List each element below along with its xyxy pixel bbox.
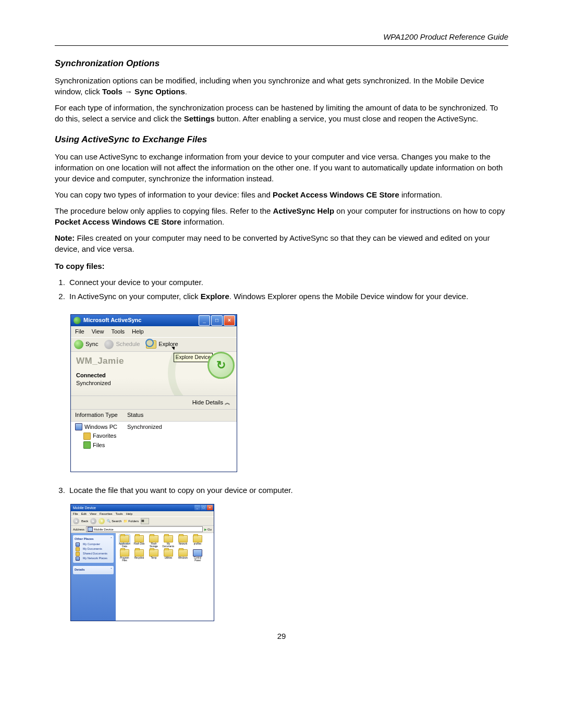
explorer-titlebar[interactable]: Mobile Device _ □ × <box>71 504 214 511</box>
folder-item[interactable]: Application Data <box>118 535 131 548</box>
schedule-button: Schedule <box>104 340 140 349</box>
explorer-content[interactable]: Application Data Flash Disk Flash Storag… <box>116 533 214 621</box>
explorer-addressbar: Address Mobile Device ▶Go <box>71 526 214 533</box>
ex-maximize-button[interactable]: □ <box>201 505 206 510</box>
para-note: Note: Files created on your computer may… <box>55 232 508 254</box>
close-button[interactable]: × <box>224 315 235 326</box>
explorer-menubar: File Edit View Favorites Tools Help <box>71 511 214 516</box>
other-places-my-documents[interactable]: My Documents <box>76 547 112 551</box>
address-label: Address <box>73 527 84 532</box>
schedule-icon <box>104 340 114 349</box>
folder-item[interactable]: profiles <box>191 535 204 548</box>
menu-file[interactable]: File <box>75 328 84 336</box>
folder-item[interactable]: Temp <box>147 549 161 562</box>
sync-button[interactable]: Sync <box>74 340 98 349</box>
step-3: Locate the file that you want to copy on… <box>67 485 508 496</box>
chevron-up-icon: ︽ <box>225 399 230 405</box>
section-heading-sync-options: Synchronization Options <box>55 57 508 70</box>
chevron-down-icon[interactable]: ˅ <box>111 567 112 572</box>
chevron-up-icon[interactable]: ˄ <box>111 537 112 541</box>
activesync-grid: Information Type Status Windows PC Synch… <box>71 409 237 472</box>
ex-menu-edit[interactable]: Edit <box>81 512 87 516</box>
back-button[interactable]: ◄ <box>73 518 79 524</box>
ex-menu-help[interactable]: Help <box>126 512 132 516</box>
other-places-heading[interactable]: Other Places <box>75 537 94 541</box>
minimize-button[interactable]: _ <box>199 315 210 326</box>
bg-decoration <box>168 352 237 396</box>
menu-tools[interactable]: Tools <box>111 328 125 336</box>
activesync-title: Microsoft ActiveSync <box>83 316 198 324</box>
activesync-body: WM_Jamie Explore Device Connected Synchr… <box>71 352 237 396</box>
grid-row-favorites[interactable]: Favorites <box>83 431 232 440</box>
ex-menu-favorites[interactable]: Favorites <box>100 512 113 516</box>
other-places-network-places[interactable]: My Network Places <box>76 557 112 561</box>
para-exchange-2: You can copy two types of information to… <box>55 189 508 200</box>
ex-menu-tools[interactable]: Tools <box>116 512 123 516</box>
forward-button[interactable]: ► <box>90 518 96 524</box>
activesync-app-icon <box>74 317 81 324</box>
activesync-window: Microsoft ActiveSync _ □ × File View Too… <box>70 314 237 472</box>
folder-item[interactable]: My Documents <box>162 535 175 548</box>
files-icon <box>83 441 91 449</box>
explore-button[interactable]: Explore <box>146 340 178 349</box>
menu-view[interactable]: View <box>92 328 104 336</box>
maximize-button[interactable]: □ <box>211 315 223 326</box>
explorer-tasks-pane: Other Places ˄ My Computer My Documents … <box>71 533 116 621</box>
search-button[interactable]: 🔍Search <box>107 519 121 523</box>
address-input[interactable]: Mobile Device <box>86 526 203 532</box>
para-exchange-3: The procedure below only applies to copy… <box>55 205 508 227</box>
folders-button[interactable]: 📁Folders <box>124 519 139 523</box>
other-places-my-computer[interactable]: My Computer <box>76 542 112 547</box>
other-places-shared-documents[interactable]: Shared Documents <box>76 552 112 556</box>
menu-help[interactable]: Help <box>132 328 144 336</box>
control-panel-item[interactable]: Control Panel <box>191 549 204 562</box>
para-sync-options-2: For each type of information, the synchr… <box>55 102 508 124</box>
folder-item[interactable]: Flash Disk <box>132 535 146 548</box>
up-button[interactable]: ⬆ <box>99 518 105 524</box>
grid-header-info[interactable]: Information Type <box>75 411 127 419</box>
step-2: In ActiveSync on your computer, click Ex… <box>67 291 508 302</box>
explorer-title: Mobile Device <box>73 505 194 511</box>
go-button[interactable]: ▶Go <box>204 527 212 532</box>
folder-icon <box>83 433 91 440</box>
activesync-titlebar[interactable]: Microsoft ActiveSync _ □ × <box>71 315 237 326</box>
activesync-menubar: File View Tools Help <box>71 326 237 337</box>
folder-item[interactable]: Recycled <box>132 549 146 562</box>
folder-item[interactable]: Utilities <box>162 549 175 562</box>
sync-icon <box>74 340 83 349</box>
grid-header-status[interactable]: Status <box>127 411 143 419</box>
pc-icon <box>75 423 82 430</box>
details-panel: Details ˅ <box>73 566 114 574</box>
ex-close-button[interactable]: × <box>207 505 213 510</box>
explorer-window: Mobile Device _ □ × File Edit View Favor… <box>70 504 214 621</box>
ex-minimize-button[interactable]: _ <box>194 505 200 510</box>
activesync-toolbar: Sync Schedule Explore <box>71 337 237 352</box>
folder-item[interactable]: Flash Storage <box>147 535 161 548</box>
para-sync-options-1: Synchronization options can be modified,… <box>55 75 508 97</box>
details-heading[interactable]: Details <box>75 567 85 572</box>
hide-details-toggle[interactable]: Hide Details ︽ <box>71 396 237 409</box>
folder-item[interactable]: Network <box>176 535 190 548</box>
header-guide-title: WPA1200 Product Reference Guide <box>55 31 508 46</box>
explore-icon <box>146 340 156 349</box>
folder-item[interactable]: Program Files <box>118 549 131 562</box>
page-number: 29 <box>55 631 508 641</box>
ex-menu-view[interactable]: View <box>90 512 96 516</box>
section-heading-exchange-files: Using ActiveSync to Exchange Files <box>55 133 508 146</box>
explorer-toolbar: ◄ Back ► ⬆ 🔍Search 📁Folders ▦ <box>71 516 214 526</box>
grid-row-files[interactable]: Files <box>83 441 232 450</box>
mobile-device-icon <box>88 527 93 532</box>
views-button[interactable]: ▦ <box>141 518 149 524</box>
back-label: Back <box>81 519 88 523</box>
grid-row-pc[interactable]: Windows PC Synchronized <box>75 423 232 431</box>
ex-menu-file[interactable]: File <box>73 512 78 516</box>
folder-item[interactable]: Windows <box>176 549 190 562</box>
other-places-panel: Other Places ˄ My Computer My Documents … <box>73 535 114 562</box>
to-copy-files-heading: To copy files: <box>55 261 508 272</box>
para-exchange-1: You can use ActiveSync to exchange infor… <box>55 151 508 184</box>
step-1: Connect your device to your computer. <box>67 277 508 288</box>
